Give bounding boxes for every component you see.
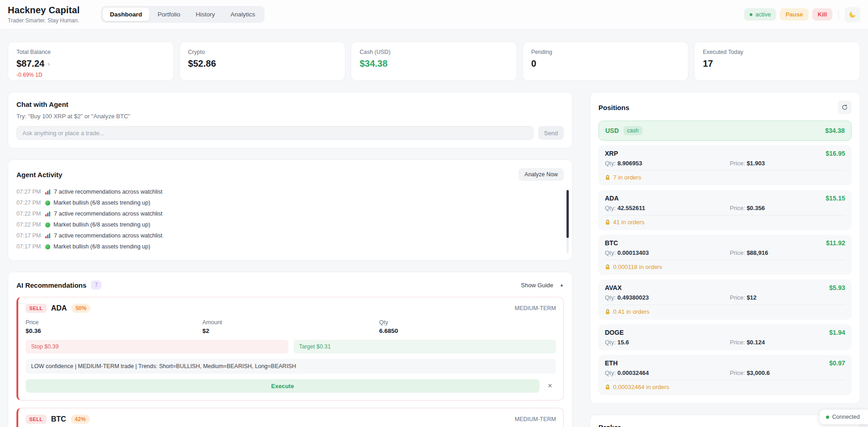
orders-locked: 0.000118 in orders xyxy=(613,264,662,270)
side-badge: SELL xyxy=(26,304,47,313)
position-symbol: BTC xyxy=(605,239,618,247)
reco-symbol: BTC xyxy=(51,415,66,423)
price-label: Price xyxy=(26,319,202,326)
stat-card-cash: Cash (USD) $34.38 xyxy=(351,42,517,81)
position-qty: 8.906953 xyxy=(617,160,642,167)
position-qty: 42.552611 xyxy=(617,205,645,211)
activity-text: Market bullish (6/8 assets trending up) xyxy=(53,200,150,206)
connection-toast: Connected xyxy=(820,410,868,424)
qty-label: Qty: xyxy=(605,205,616,211)
cash-symbol: USD xyxy=(605,127,619,134)
position-qty: 0.00032464 xyxy=(617,369,649,376)
right-column: Positions USD cash $34.38 XRP $16.95 Qty… xyxy=(590,92,860,427)
price-label: Price: xyxy=(730,205,745,211)
stat-card-pending: Pending 0 xyxy=(523,42,689,81)
position-row-eth: ETH $0.97 Qty: 0.00032464 Price: $3,000.… xyxy=(598,355,852,395)
broker-title: Broker xyxy=(598,423,852,427)
activity-text: Market bullish (6/8 assets trending up) xyxy=(53,221,150,228)
app-title: Hackney Capital xyxy=(8,5,80,16)
orders-locked: 0.00032464 in orders xyxy=(613,384,669,390)
reco-title: AI Recommendations xyxy=(16,281,86,289)
position-price: $3,000.6 xyxy=(746,369,770,376)
amount-value: $2 xyxy=(202,327,379,334)
show-guide-button[interactable]: Show Guide ▲ xyxy=(521,282,564,289)
activity-time: 07:22 PM xyxy=(16,221,42,228)
kill-button[interactable]: Kill xyxy=(812,8,832,21)
price-label: Price: xyxy=(730,160,745,167)
tab-dashboard[interactable]: Dashboard xyxy=(103,8,150,21)
activity-time: 07:17 PM xyxy=(16,243,42,250)
chevron-right-icon[interactable]: › xyxy=(48,60,50,68)
stat-value: 17 xyxy=(703,58,852,69)
stat-card-crypto: Crypto $52.86 xyxy=(180,42,346,81)
execute-button[interactable]: Execute xyxy=(26,379,540,393)
activity-time: 07:17 PM xyxy=(16,232,42,239)
position-qty: 15.6 xyxy=(617,339,629,346)
stat-value: $34.38 xyxy=(360,58,508,69)
stat-label: Total Balance xyxy=(16,49,165,55)
refresh-icon xyxy=(842,104,848,111)
positions-title: Positions xyxy=(598,104,630,111)
send-button[interactable]: Send xyxy=(538,126,564,140)
activity-scrollbar[interactable] xyxy=(566,190,569,253)
ai-recommendations-panel: AI Recommendations 7 Show Guide ▲ SELL A… xyxy=(8,272,572,427)
triangle-up-icon: ▲ xyxy=(560,283,564,287)
position-value: $15.15 xyxy=(826,195,845,202)
orders-locked: 7 in orders xyxy=(613,174,641,181)
qty-label: Qty: xyxy=(605,160,616,167)
activity-entry: 07:27 PM Market bullish (6/8 assets tren… xyxy=(16,197,556,208)
tab-analytics[interactable]: Analytics xyxy=(223,8,263,21)
position-symbol: DOGE xyxy=(605,329,624,336)
position-value: $5.93 xyxy=(829,284,845,291)
stat-value: $87.24 xyxy=(16,58,44,69)
price-label: Price: xyxy=(730,249,745,256)
reco-symbol: ADA xyxy=(51,304,67,312)
price-value: $0.36 xyxy=(26,327,202,334)
price-label: Price: xyxy=(730,294,745,301)
qty-label: Qty: xyxy=(605,369,616,376)
pause-button[interactable]: Pause xyxy=(780,8,808,21)
bar-chart-icon xyxy=(45,211,51,216)
confidence-badge: 50% xyxy=(71,304,90,313)
position-price: $0.356 xyxy=(746,205,765,211)
bar-chart-icon xyxy=(45,233,51,238)
position-symbol: AVAX xyxy=(605,284,622,291)
scrollbar-thumb[interactable] xyxy=(566,190,569,238)
close-icon[interactable]: × xyxy=(544,380,556,392)
target-pill: Target $0.31 xyxy=(294,340,556,353)
app-header: Hackney Capital Trader Smarter. Stay Hum… xyxy=(0,0,868,29)
refresh-button[interactable] xyxy=(838,100,852,114)
orders-locked: 41 in orders xyxy=(613,219,645,226)
main-content: Chat with Agent Try: "Buy 100 XRP at $2"… xyxy=(0,92,868,427)
position-row-doge: DOGE $1.94 Qty: 15.6 Price: $0.124 xyxy=(598,324,852,350)
position-symbol: XRP xyxy=(605,150,618,157)
stop-pill: Stop $0.39 xyxy=(26,340,288,353)
connected-dot-icon xyxy=(826,416,829,419)
position-row-ada: ADA $15.15 Qty: 42.552611 Price: $0.356 … xyxy=(598,190,852,230)
theme-toggle-button[interactable] xyxy=(845,7,860,22)
stats-row: Total Balance $87.24 › -0.69% 1D Crypto … xyxy=(0,42,868,81)
price-label: Price: xyxy=(730,339,745,346)
activity-time: 07:27 PM xyxy=(16,200,42,206)
show-guide-label: Show Guide xyxy=(521,282,553,289)
activity-text: Market bullish (6/8 assets trending up) xyxy=(53,243,150,250)
activity-text: 7 active recommendations across watchlis… xyxy=(54,211,163,217)
tab-history[interactable]: History xyxy=(189,8,222,21)
chat-title: Chat with Agent xyxy=(16,100,564,108)
agent-activity-panel: Agent Activity Analyze Now 07:27 PM 7 ac… xyxy=(8,159,572,261)
qty-label: Qty: xyxy=(605,294,616,301)
chat-hint: Try: "Buy 100 XRP at $2" or "Analyze BTC… xyxy=(16,113,564,120)
activity-list: 07:27 PM 7 active recommendations across… xyxy=(16,186,564,252)
position-price: $12 xyxy=(746,294,757,301)
position-value: $16.95 xyxy=(826,150,845,157)
cash-badge: cash xyxy=(624,126,642,135)
stat-card-total-balance[interactable]: Total Balance $87.24 › -0.69% 1D xyxy=(8,42,174,81)
tab-portfolio[interactable]: Portfolio xyxy=(150,8,188,21)
position-symbol: ADA xyxy=(605,195,619,202)
activity-time: 07:22 PM xyxy=(16,211,42,217)
amount-label: Amount xyxy=(202,319,379,326)
lock-icon xyxy=(605,309,610,315)
analyze-now-button[interactable]: Analyze Now xyxy=(519,168,564,181)
qty-label: Qty: xyxy=(605,339,616,346)
chat-input[interactable] xyxy=(16,126,534,140)
